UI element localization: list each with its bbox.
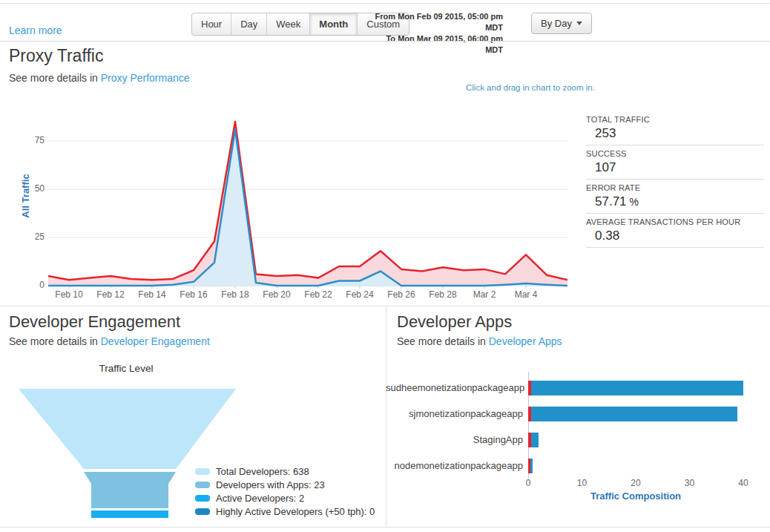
proxy-performance-link[interactable]: Proxy Performance bbox=[101, 72, 190, 84]
stat-value: 0.38 bbox=[586, 226, 764, 244]
toolbar-divider bbox=[0, 41, 770, 42]
area-all-traffic bbox=[48, 122, 567, 286]
stat-value: 57.71% bbox=[586, 192, 764, 210]
x-tick-label: Feb 20 bbox=[258, 289, 295, 300]
bar-category-label: sudheemonetizationpackageapp bbox=[386, 381, 523, 395]
x-tick-label: Feb 12 bbox=[92, 289, 129, 300]
bar-category-label: sjmonetizationpackageapp bbox=[386, 407, 523, 421]
traffic-stats-panel: TOTAL TRAFFIC 253 SUCCESS 107 ERROR RATE… bbox=[586, 111, 764, 248]
bar-segment-success bbox=[531, 433, 539, 447]
x-tick-label: Feb 22 bbox=[300, 289, 337, 300]
funnel-stage-developers-with-apps bbox=[84, 472, 176, 508]
x-tick-label: Feb 24 bbox=[341, 289, 378, 300]
proxy-traffic-subtitle: See more details in Proxy Performance bbox=[9, 72, 190, 84]
developer-engagement-link[interactable]: Developer Engagement bbox=[101, 335, 210, 347]
analytics-dashboard: Learn more HourDayWeekMonthCustom From M… bbox=[0, 0, 770, 532]
zoom-hint: Click and drag in chart to zoom in. bbox=[466, 83, 595, 92]
x-tick-label: Mar 2 bbox=[466, 289, 503, 300]
developer-engagement-subtitle: See more details in Developer Engagement bbox=[9, 335, 210, 347]
bar-category-label: nodemonetizationpackageapp bbox=[386, 459, 523, 473]
legend-label: Highly Active Developers (+50 tph): 0 bbox=[216, 506, 375, 517]
stat-error-rate: ERROR RATE 57.71% bbox=[586, 180, 764, 214]
bar-x-tick-label: 40 bbox=[732, 478, 754, 488]
group-by-dropdown[interactable]: By Day bbox=[531, 13, 592, 34]
legend-item: Total Developers: 638 bbox=[195, 464, 375, 478]
legend-swatch bbox=[195, 508, 210, 515]
bar-row bbox=[528, 459, 533, 473]
funnel-legend: Total Developers: 638Developers with App… bbox=[195, 464, 375, 518]
range-button-hour[interactable]: Hour bbox=[192, 13, 231, 35]
bar-segment-success bbox=[531, 381, 743, 395]
bar-segment-success bbox=[530, 459, 533, 473]
stat-total-traffic: TOTAL TRAFFIC 253 bbox=[586, 111, 764, 145]
legend-swatch bbox=[195, 468, 210, 475]
y-tick-label: 25 bbox=[22, 231, 45, 242]
stat-label: TOTAL TRAFFIC bbox=[586, 115, 764, 124]
x-tick-label: Feb 18 bbox=[217, 289, 254, 300]
developer-engagement-title: Developer Engagement bbox=[9, 312, 180, 332]
y-tick-label: 75 bbox=[22, 135, 45, 145]
bottom-divider bbox=[0, 527, 770, 528]
legend-item: Highly Active Developers (+50 tph): 0 bbox=[195, 505, 375, 518]
date-range-text: From Mon Feb 09 2015, 05:00 pm MDT To Mo… bbox=[368, 11, 503, 56]
legend-swatch bbox=[195, 495, 210, 502]
x-tick-label: Feb 28 bbox=[424, 289, 461, 300]
stat-label: AVERAGE TRANSACTIONS PER HOUR bbox=[586, 217, 764, 226]
legend-label: Developers with Apps: 23 bbox=[216, 479, 325, 490]
x-tick-label: Mar 4 bbox=[507, 289, 544, 300]
funnel-title: Traffic Level bbox=[52, 363, 200, 374]
x-tick-label: Feb 16 bbox=[175, 289, 212, 300]
x-tick-label: Feb 26 bbox=[383, 289, 420, 300]
group-by-label: By Day bbox=[541, 18, 572, 29]
y-tick-label: 0 bbox=[22, 280, 45, 290]
bar-category-label: StagingApp bbox=[386, 433, 523, 447]
stat-value: 107 bbox=[586, 158, 764, 176]
stat-value: 253 bbox=[586, 124, 764, 142]
bar-row bbox=[528, 381, 743, 395]
top-divider bbox=[0, 3, 770, 4]
line-all-traffic bbox=[48, 122, 567, 280]
subtitle-prefix: See more details in bbox=[9, 335, 98, 347]
x-tick-label: Feb 10 bbox=[50, 289, 88, 300]
range-button-day[interactable]: Day bbox=[231, 13, 266, 35]
bar-row bbox=[528, 433, 539, 447]
bar-x-tick-label: 0 bbox=[517, 478, 539, 488]
legend-label: Active Developers: 2 bbox=[216, 493, 304, 504]
x-tick-label: Feb 14 bbox=[134, 289, 171, 300]
bar-segment-success bbox=[531, 407, 737, 421]
stat-label: ERROR RATE bbox=[586, 183, 764, 192]
learn-more-link[interactable]: Learn more bbox=[9, 24, 62, 36]
stat-unit: % bbox=[630, 196, 639, 208]
line-success bbox=[48, 129, 567, 286]
funnel-stage-active-developers bbox=[91, 510, 168, 518]
chevron-down-icon bbox=[576, 22, 582, 25]
range-button-month[interactable]: Month bbox=[309, 13, 357, 35]
proxy-traffic-title: Proxy Traffic bbox=[9, 46, 103, 66]
legend-item: Developers with Apps: 23 bbox=[195, 478, 375, 491]
bar-chart-x-label: Traffic Composition bbox=[562, 490, 710, 502]
bar-row bbox=[528, 407, 737, 421]
traffic-chart-svg bbox=[48, 111, 567, 289]
bar-x-tick-label: 10 bbox=[571, 478, 593, 488]
range-button-week[interactable]: Week bbox=[266, 13, 309, 35]
stat-label: SUCCESS bbox=[586, 149, 764, 158]
legend-label: Total Developers: 638 bbox=[216, 466, 309, 477]
stat-number: 57.71 bbox=[595, 194, 627, 208]
bar-x-tick-label: 30 bbox=[679, 478, 701, 488]
traffic-area-chart[interactable] bbox=[48, 111, 567, 289]
legend-item: Active Developers: 2 bbox=[195, 491, 375, 505]
area-success bbox=[48, 129, 567, 286]
funnel-stage-total-developers bbox=[19, 389, 236, 469]
legend-swatch bbox=[195, 482, 210, 488]
subtitle-prefix: See more details in bbox=[9, 72, 98, 84]
stat-success: SUCCESS 107 bbox=[586, 145, 764, 180]
bar-x-tick-label: 20 bbox=[625, 478, 647, 488]
date-to: To Mon Mar 09 2015, 06:00 pm MDT bbox=[368, 33, 503, 56]
y-axis-label: All Traffic bbox=[20, 155, 32, 237]
y-tick-label: 50 bbox=[22, 183, 45, 194]
date-from: From Mon Feb 09 2015, 05:00 pm MDT bbox=[368, 11, 503, 33]
stat-avg-tph: AVERAGE TRANSACTIONS PER HOUR 0.38 bbox=[586, 214, 764, 248]
apps-bar-chart: Traffic Composition sudheemonetizationpa… bbox=[386, 306, 770, 527]
